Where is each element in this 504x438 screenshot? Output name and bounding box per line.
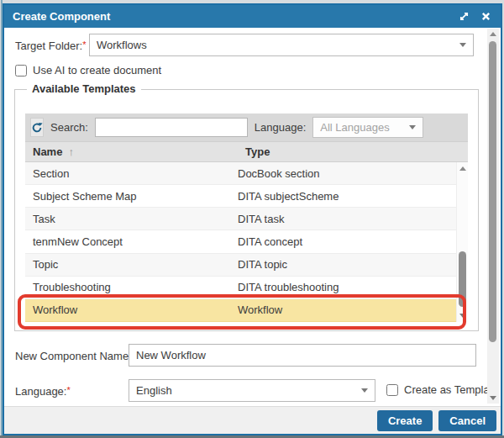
- required-mark: *: [82, 40, 86, 50]
- chevron-down-icon: [361, 388, 368, 393]
- dialog-footer: Create Cancel: [4, 406, 501, 434]
- row-name-cell: Workflow: [25, 303, 238, 316]
- scrollbar-thumb[interactable]: [459, 251, 466, 307]
- table-row-workflow-selected[interactable]: Workflow Workflow: [25, 299, 456, 322]
- row-name-cell: Topic: [25, 258, 238, 271]
- column-header-name[interactable]: Name ↑: [25, 145, 245, 158]
- sort-asc-icon: ↑: [68, 145, 74, 158]
- language-filter-group: Language: All Languages: [255, 117, 423, 138]
- search-label: Search:: [50, 121, 88, 134]
- templates-rows: Section DocBook section Subject Scheme M…: [25, 162, 456, 322]
- language-value: English: [136, 384, 361, 397]
- row-type-cell: DocBook section: [238, 167, 456, 180]
- templates-table-body: Section DocBook section Subject Scheme M…: [25, 162, 468, 322]
- dialog-scrollbar[interactable]: [487, 29, 499, 404]
- table-row-topic[interactable]: Topic DITA topic: [25, 254, 456, 277]
- fieldset-legend: Available Templates: [27, 82, 141, 95]
- row-name-cell: tenmNew Concept: [25, 235, 238, 248]
- row-name-cell: Section: [25, 167, 238, 180]
- close-icon[interactable]: [479, 10, 492, 24]
- new-component-name-label: New Component Name:*: [15, 350, 135, 362]
- row-type-cell: Workflow: [238, 303, 456, 316]
- table-row-troubleshooting[interactable]: Troubleshooting DITA troubleshooting: [25, 277, 456, 299]
- language-label: Language:*: [15, 385, 71, 398]
- row-type-cell: DITA concept: [238, 235, 456, 248]
- target-folder-label: Target Folder:*: [15, 40, 86, 52]
- scroll-down-icon[interactable]: [487, 396, 499, 400]
- language-filter-select[interactable]: All Languages: [312, 117, 423, 138]
- cancel-button[interactable]: Cancel: [438, 410, 496, 431]
- table-row-tenmnew-concept[interactable]: tenmNew Concept DITA concept: [25, 230, 456, 253]
- search-input[interactable]: [95, 118, 248, 137]
- chevron-down-icon: [459, 43, 466, 47]
- use-ai-checkbox[interactable]: [15, 65, 27, 77]
- available-templates-fieldset: Available Templates Search: Language: Al…: [14, 89, 479, 331]
- language-filter-value: All Languages: [320, 121, 409, 134]
- create-as-template-row: Create as Template: [386, 383, 499, 396]
- row-name-cell: Troubleshooting: [25, 281, 238, 293]
- language-select[interactable]: English: [129, 379, 375, 402]
- dialog-title: Create Component: [13, 10, 449, 23]
- refresh-icon: [31, 122, 43, 134]
- maximize-icon[interactable]: [457, 10, 470, 24]
- table-row-subject-scheme-map[interactable]: Subject Scheme Map DITA subjectScheme: [25, 185, 456, 208]
- scrollbar-thumb[interactable]: [489, 41, 496, 342]
- create-as-template-label: Create as Template: [404, 383, 499, 396]
- scroll-up-icon[interactable]: [457, 166, 468, 171]
- scroll-up-icon[interactable]: [487, 32, 499, 36]
- scroll-down-icon[interactable]: [457, 314, 468, 318]
- table-row-section[interactable]: Section DocBook section: [25, 162, 456, 185]
- templates-table-header: Name ↑ Type: [25, 141, 468, 162]
- table-row-task[interactable]: Task DITA task: [25, 208, 456, 230]
- row-name-cell: Subject Scheme Map: [25, 190, 238, 203]
- dialog-titlebar: Create Component: [4, 5, 501, 28]
- row-type-cell: DITA task: [238, 213, 456, 225]
- row-type-cell: DITA troubleshooting: [238, 281, 456, 293]
- use-ai-row: Use AI to create document: [15, 64, 161, 77]
- target-folder-select[interactable]: Workflows: [89, 34, 474, 56]
- language-filter-label: Language:: [255, 121, 306, 134]
- templates-list-scrollbar[interactable]: [456, 162, 468, 322]
- row-type-cell: DITA subjectScheme: [238, 190, 456, 203]
- use-ai-label: Use AI to create document: [33, 64, 161, 77]
- new-component-name-input[interactable]: [129, 344, 476, 367]
- templates-toolbar: Search: Language: All Languages: [25, 113, 468, 141]
- row-type-cell: DITA topic: [238, 258, 456, 271]
- create-button[interactable]: Create: [377, 410, 433, 431]
- column-header-type[interactable]: Type: [245, 145, 468, 158]
- create-as-template-checkbox[interactable]: [386, 384, 398, 396]
- create-component-dialog: Create Component Target Folder:* Workflo…: [3, 3, 502, 435]
- target-folder-value: Workflows: [97, 39, 459, 51]
- required-mark: *: [66, 385, 70, 395]
- refresh-button[interactable]: [30, 118, 44, 137]
- chevron-down-icon: [409, 125, 416, 129]
- row-name-cell: Task: [25, 213, 238, 225]
